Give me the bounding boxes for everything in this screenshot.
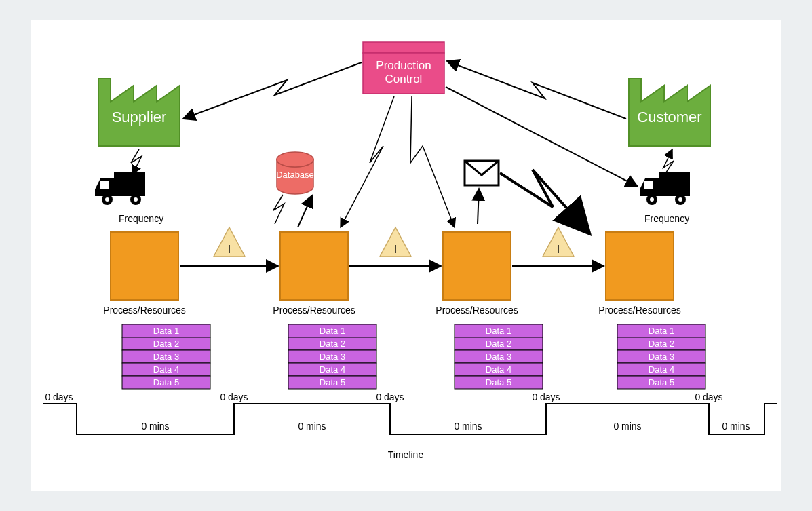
svg-rect-10 <box>644 181 653 189</box>
svg-point-8 <box>134 197 138 202</box>
customer-shape[interactable]: Customer <box>629 79 710 146</box>
bold-flow-from-email <box>500 170 588 232</box>
process-1-label: Process/Resources <box>103 305 185 316</box>
tl-mins-3: 0 mins <box>613 421 641 432</box>
email-icon[interactable] <box>465 161 499 185</box>
timeline-label: Timeline <box>388 449 424 460</box>
svg-text:Data 5: Data 5 <box>486 377 511 387</box>
process-3[interactable] <box>443 232 511 300</box>
svg-rect-4 <box>100 181 109 189</box>
database-label: Database <box>276 170 314 180</box>
svg-text:Control: Control <box>385 73 423 86</box>
svg-text:Data 5: Data 5 <box>320 377 345 387</box>
zig-database <box>273 195 284 224</box>
data-table-3[interactable]: Data 1 Data 2 Data 3 Data 4 Data 5 <box>455 324 543 389</box>
svg-text:Data 4: Data 4 <box>153 364 179 375</box>
svg-rect-17 <box>111 232 178 300</box>
svg-text:Data 4: Data 4 <box>320 364 345 375</box>
tl-days-0: 0 days <box>45 392 73 402</box>
tl-days-1: 0 days <box>220 392 248 402</box>
svg-point-14 <box>678 197 682 202</box>
data-table-1[interactable]: Data 1 Data 2 Data 3 Data 4 Data 5 <box>122 324 210 389</box>
tl-mins-4: 0 mins <box>722 421 750 432</box>
svg-text:Data 2: Data 2 <box>320 339 345 349</box>
production-control[interactable]: Production Control <box>363 42 444 94</box>
inventory-1[interactable]: I <box>214 227 245 257</box>
database-shape[interactable]: Database <box>276 152 314 194</box>
svg-text:Data 5: Data 5 <box>153 377 179 387</box>
tl-days-4: 0 days <box>695 392 722 402</box>
svg-text:I: I <box>394 244 397 255</box>
svg-text:Data 2: Data 2 <box>486 339 511 349</box>
inventory-3[interactable]: I <box>543 227 574 257</box>
process-4[interactable] <box>606 232 674 300</box>
svg-rect-3 <box>114 172 145 196</box>
frequency-label-right: Frequency <box>644 213 689 224</box>
zig-supplier-truck <box>131 149 142 174</box>
svg-text:Data 4: Data 4 <box>649 364 674 375</box>
svg-text:Data 1: Data 1 <box>486 326 511 336</box>
svg-text:Data 1: Data 1 <box>320 326 345 336</box>
diagram-canvas: Production Control Supplier Customer Fre… <box>31 20 781 491</box>
process-4-label: Process/Resources <box>598 305 680 316</box>
electronic-flow-from-customer <box>447 61 626 119</box>
supplier-shape[interactable]: Supplier <box>98 79 180 146</box>
svg-point-15 <box>277 152 313 167</box>
svg-text:Data 1: Data 1 <box>153 326 179 336</box>
svg-rect-19 <box>443 232 511 300</box>
svg-text:Data 5: Data 5 <box>649 377 674 387</box>
svg-text:Data 3: Data 3 <box>486 352 511 362</box>
svg-text:Data 3: Data 3 <box>320 352 345 362</box>
data-table-2[interactable]: Data 1 Data 2 Data 3 Data 4 Data 5 <box>288 324 376 389</box>
process-2[interactable] <box>280 232 348 300</box>
svg-text:I: I <box>557 244 560 255</box>
svg-text:Data 3: Data 3 <box>649 352 674 362</box>
svg-text:Data 1: Data 1 <box>649 326 674 336</box>
process-3-label: Process/Resources <box>436 305 518 316</box>
process-2-label: Process/Resources <box>273 305 355 316</box>
tl-mins-0: 0 mins <box>141 421 169 432</box>
truck-customer[interactable] <box>640 172 690 205</box>
svg-rect-20 <box>606 232 674 300</box>
arrow-to-database <box>298 195 312 227</box>
process-1[interactable] <box>111 232 178 300</box>
tl-days-3: 0 days <box>532 392 560 402</box>
svg-rect-9 <box>659 172 690 196</box>
frequency-label-left: Frequency <box>119 213 163 224</box>
tl-mins-2: 0 mins <box>454 421 482 432</box>
svg-text:Data 4: Data 4 <box>486 364 511 375</box>
zig-pc-p3 <box>410 96 455 227</box>
truck-supplier[interactable] <box>95 172 145 205</box>
svg-rect-18 <box>280 232 348 300</box>
production-control-label: Production <box>376 59 431 72</box>
zig-pc-p2 <box>341 96 394 227</box>
zig-customer-truck <box>663 149 674 174</box>
customer-label: Customer <box>637 109 701 126</box>
inventory-2[interactable]: I <box>380 227 411 257</box>
tl-mins-1: 0 mins <box>298 421 326 432</box>
arrow-to-email <box>478 189 479 224</box>
supplier-label: Supplier <box>112 109 167 126</box>
data-table-4[interactable]: Data 1 Data 2 Data 3 Data 4 Data 5 <box>617 324 705 389</box>
svg-point-6 <box>105 197 109 202</box>
tl-days-2: 0 days <box>376 392 404 402</box>
electronic-flow-to-supplier <box>183 62 362 119</box>
svg-text:I: I <box>228 244 231 255</box>
svg-text:Data 2: Data 2 <box>153 339 179 349</box>
svg-text:Data 3: Data 3 <box>153 352 179 362</box>
svg-text:Data 2: Data 2 <box>649 339 674 349</box>
svg-point-12 <box>650 197 654 202</box>
svg-rect-0 <box>363 42 444 53</box>
